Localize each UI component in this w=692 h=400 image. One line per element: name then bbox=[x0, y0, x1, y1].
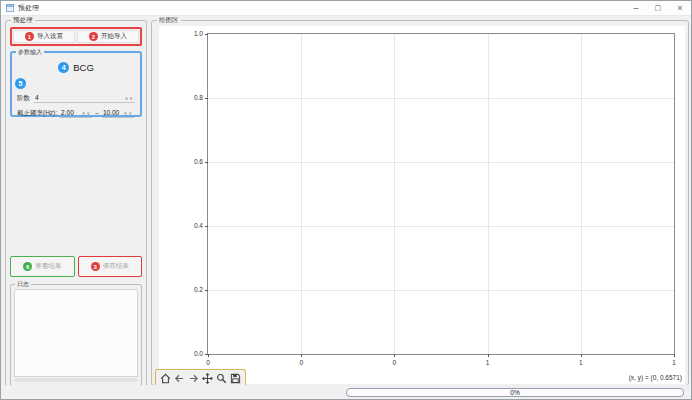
y-tick-label: 0.6 bbox=[185, 158, 203, 165]
titlebar: 预处理 – □ × bbox=[1, 1, 691, 16]
y-tick-mark bbox=[205, 98, 208, 99]
gridline-horizontal bbox=[208, 98, 674, 99]
view-result-button[interactable]: 6 查看结果 bbox=[10, 256, 75, 277]
gridline-vertical bbox=[301, 34, 302, 354]
progress-bar: 0% bbox=[346, 388, 684, 397]
y-tick-mark bbox=[205, 290, 208, 291]
zoom-icon[interactable] bbox=[215, 371, 228, 386]
log-textarea[interactable] bbox=[14, 289, 138, 377]
y-tick-label: 0.0 bbox=[185, 350, 203, 357]
x-tick-mark bbox=[581, 354, 582, 357]
step-1-badge: 1 bbox=[25, 32, 34, 41]
x-tick-label: 0 bbox=[291, 359, 311, 366]
figure-canvas[interactable]: 0001110.00.20.40.60.81.0 bbox=[159, 26, 685, 384]
step-3-badge: 3 bbox=[91, 262, 100, 271]
cutoff-high-spinbox[interactable]: 10.00 ∧∨ bbox=[102, 108, 134, 118]
start-import-button[interactable]: 2 开始导入 bbox=[77, 30, 139, 43]
x-tick-label: 1 bbox=[664, 359, 684, 366]
cutoff-frequency-row: 截止频率(Hz): 2.00 ∧∨ ~ 10.00 ∧∨ bbox=[17, 106, 135, 118]
forward-icon[interactable] bbox=[187, 371, 200, 386]
step-2-badge: 2 bbox=[89, 32, 98, 41]
y-tick-mark bbox=[205, 162, 208, 163]
app-icon bbox=[6, 4, 14, 12]
log-horizontal-scrollbar[interactable] bbox=[14, 378, 138, 382]
gridline-horizontal bbox=[208, 290, 674, 291]
step-4-badge: 4 bbox=[58, 62, 69, 73]
window-controls: – □ × bbox=[625, 1, 691, 16]
x-tick-label: 0 bbox=[198, 359, 218, 366]
import-settings-label: 导入设置 bbox=[37, 32, 63, 41]
spinner-arrows-icon[interactable]: ∧∨ bbox=[125, 94, 134, 102]
x-tick-mark bbox=[301, 354, 302, 357]
spinner-arrows-icon[interactable]: ∧∨ bbox=[82, 109, 91, 117]
filter-order-row: 阶数 4 ∧∨ bbox=[17, 91, 135, 103]
log-group-label: 日志 bbox=[15, 280, 31, 288]
cutoff-low-spinbox[interactable]: 2.00 ∧∨ bbox=[60, 108, 92, 118]
y-tick-label: 0.2 bbox=[185, 286, 203, 293]
save-icon[interactable] bbox=[229, 371, 242, 386]
cutoff-high-value[interactable]: 10.00 bbox=[103, 108, 119, 117]
x-tick-mark bbox=[208, 354, 209, 357]
cutoff-range-separator: ~ bbox=[95, 109, 99, 118]
filter-order-value[interactable]: 4 bbox=[35, 93, 39, 102]
x-tick-label: 1 bbox=[571, 359, 591, 366]
y-tick-mark bbox=[205, 34, 208, 35]
maximize-button[interactable]: □ bbox=[647, 1, 669, 16]
parameter-input-group: 参数输入 4 BCG 5 阶数 4 ∧∨ 截止频率(Hz): 2.00 ∧∨ ~ bbox=[10, 51, 142, 117]
save-result-button[interactable]: 3 保存结果 bbox=[78, 256, 143, 277]
home-icon[interactable] bbox=[159, 371, 172, 386]
x-tick-mark bbox=[674, 354, 675, 357]
import-settings-button[interactable]: 1 导入设置 bbox=[13, 30, 75, 43]
cursor-coords-readout: (x, y) = (0, 0.6571) bbox=[629, 374, 682, 381]
y-tick-label: 1.0 bbox=[185, 30, 203, 37]
gridline-vertical bbox=[581, 34, 582, 354]
x-tick-label: 1 bbox=[478, 359, 498, 366]
gridline-horizontal bbox=[208, 226, 674, 227]
plot-panel: 绘图区 0001110.00.20.40.60.81.0 (x, y) = (0… bbox=[151, 20, 689, 386]
pan-icon[interactable] bbox=[201, 371, 214, 386]
import-button-group: 1 导入设置 2 开始导入 bbox=[10, 27, 142, 46]
cutoff-frequency-label: 截止频率(Hz): bbox=[17, 108, 57, 118]
start-import-label: 开始导入 bbox=[101, 32, 127, 41]
window-title: 预处理 bbox=[18, 3, 39, 13]
log-group: 日志 bbox=[10, 284, 142, 386]
statusbar: 0% bbox=[1, 385, 691, 399]
step-6-badge: 6 bbox=[23, 262, 32, 271]
minimize-button[interactable]: – bbox=[625, 1, 647, 16]
x-tick-mark bbox=[488, 354, 489, 357]
preprocess-panel: 预处理 1 导入设置 2 开始导入 参数输入 4 BCG 5 阶数 4 bbox=[5, 20, 147, 391]
y-tick-label: 0.8 bbox=[185, 94, 203, 101]
spinner-arrows-icon[interactable]: ∧∨ bbox=[124, 109, 133, 117]
plot-panel-label: 绘图区 bbox=[157, 16, 181, 24]
plot-axes[interactable]: 0001110.00.20.40.60.81.0 bbox=[207, 33, 675, 355]
gridline-horizontal bbox=[208, 162, 674, 163]
filter-order-label: 阶数 bbox=[17, 93, 30, 103]
x-tick-mark bbox=[394, 354, 395, 357]
save-result-label: 保存结果 bbox=[103, 262, 129, 271]
y-tick-label: 0.4 bbox=[185, 222, 203, 229]
step-5-badge: 5 bbox=[15, 78, 26, 89]
filter-order-spinbox[interactable]: 4 ∧∨ bbox=[34, 93, 135, 103]
back-icon[interactable] bbox=[173, 371, 186, 386]
x-tick-label: 0 bbox=[384, 359, 404, 366]
gridline-vertical bbox=[488, 34, 489, 354]
signal-type-value[interactable]: BCG bbox=[73, 62, 94, 73]
gridline-vertical bbox=[394, 34, 395, 354]
view-result-label: 查看结果 bbox=[35, 262, 61, 271]
y-tick-mark bbox=[205, 226, 208, 227]
close-button[interactable]: × bbox=[669, 1, 691, 16]
parameter-group-label: 参数输入 bbox=[16, 48, 44, 56]
cutoff-low-value[interactable]: 2.00 bbox=[61, 108, 74, 117]
preprocess-panel-label: 预处理 bbox=[11, 16, 35, 24]
result-button-row: 6 查看结果 3 保存结果 bbox=[10, 256, 142, 277]
app-window: 预处理 – □ × 预处理 1 导入设置 2 开始导入 参数输入 4 BCG bbox=[0, 0, 692, 400]
signal-type-row: 4 BCG bbox=[12, 62, 140, 73]
y-tick-mark bbox=[205, 354, 208, 355]
